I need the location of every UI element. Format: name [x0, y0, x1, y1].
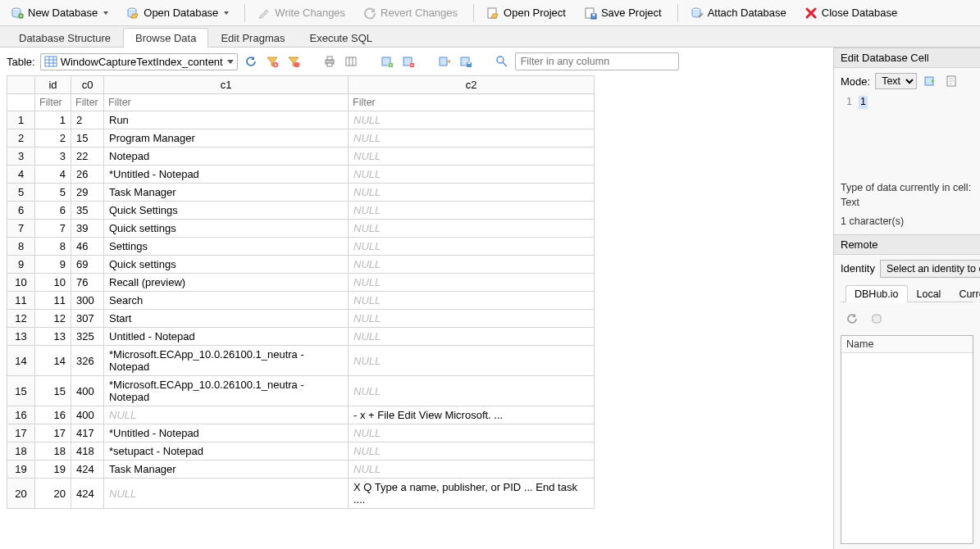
table-cell[interactable]: *Microsoft.ECApp_10.0.26100.1_neutra - N… — [104, 346, 349, 376]
table-cell[interactable]: 325 — [71, 328, 104, 346]
table-cell[interactable]: 11 — [35, 292, 71, 310]
remote-list-header-name[interactable]: Name — [841, 336, 973, 353]
filter-c0-input[interactable] — [71, 94, 103, 111]
grid-header-c2[interactable]: c2 — [349, 76, 595, 94]
table-cell[interactable]: 26 — [71, 166, 104, 184]
table-cell[interactable]: NULL — [349, 274, 595, 292]
table-cell[interactable]: NULL — [349, 129, 595, 147]
table-select-input[interactable]: WindowCaptureTextIndex_content — [61, 55, 224, 69]
table-cell[interactable]: 15 — [7, 376, 35, 406]
save-project-button[interactable]: Save Project — [577, 3, 669, 23]
table-cell[interactable]: 307 — [71, 310, 104, 328]
table-cell[interactable]: NULL — [349, 424, 595, 442]
export-button[interactable] — [458, 53, 474, 70]
table-cell[interactable]: 12 — [7, 310, 35, 328]
table-cell[interactable]: 14 — [7, 346, 35, 376]
table-cell[interactable]: 19 — [7, 461, 35, 479]
table-cell[interactable]: NULL — [349, 461, 595, 479]
remote-refresh-button[interactable] — [844, 311, 860, 327]
table-row[interactable]: 1313325Untitled - NotepadNULL — [7, 328, 595, 346]
table-row[interactable]: 8846SettingsNULL — [7, 238, 595, 256]
table-row[interactable]: 1111300SearchNULL — [7, 292, 595, 310]
goto-record-button[interactable] — [436, 53, 453, 70]
print-button[interactable] — [321, 53, 338, 70]
table-cell[interactable]: 4 — [35, 166, 71, 184]
mode-select[interactable]: Text — [875, 73, 917, 89]
table-cell[interactable]: 300 — [71, 292, 104, 310]
table-cell[interactable]: Run — [104, 111, 349, 129]
table-row[interactable]: 1414326*Microsoft.ECApp_10.0.26100.1_neu… — [7, 346, 595, 376]
table-cell[interactable]: NULL — [349, 310, 595, 328]
table-cell[interactable]: 17 — [7, 424, 35, 442]
table-cell[interactable]: 400 — [71, 406, 104, 424]
table-cell[interactable]: 3 — [7, 147, 35, 166]
table-cell[interactable]: Notepad — [104, 147, 349, 166]
clear-filters-button[interactable] — [264, 53, 280, 70]
table-cell[interactable]: 7 — [35, 220, 71, 238]
table-row[interactable]: 101076Recall (preview)NULL — [7, 274, 595, 292]
table-cell[interactable]: Untitled - Notepad — [104, 328, 349, 346]
identity-select[interactable]: Select an identity to con — [880, 260, 980, 278]
export-cell-button[interactable] — [943, 73, 959, 89]
table-cell[interactable]: 1 — [35, 111, 71, 129]
remote-push-button[interactable] — [868, 311, 885, 327]
table-cell[interactable]: 424 — [71, 479, 104, 509]
table-cell[interactable]: 5 — [7, 184, 35, 202]
table-cell[interactable]: 17 — [35, 424, 71, 442]
table-cell[interactable]: 20 — [35, 479, 71, 509]
table-cell[interactable]: 15 — [35, 376, 71, 406]
table-row[interactable]: 2020424NULLX Q Type a name, publisher, o… — [7, 479, 595, 509]
remote-tab-dbhub[interactable]: DBHub.io — [846, 285, 908, 302]
table-cell[interactable]: NULL — [349, 442, 595, 461]
table-cell[interactable]: 6 — [7, 202, 35, 220]
table-cell[interactable]: NULL — [349, 147, 595, 166]
table-row[interactable]: 112RunNULL — [7, 111, 595, 129]
table-row[interactable]: 4426*Untitled - NotepadNULL — [7, 166, 595, 184]
table-cell[interactable]: 8 — [35, 238, 71, 256]
table-cell[interactable]: - x + File Edit View Microsoft. ... — [349, 406, 595, 424]
table-cell[interactable]: Task Manager — [104, 184, 349, 202]
table-cell[interactable]: 418 — [71, 442, 104, 461]
table-row[interactable]: 1717417*Untitled - NotepadNULL — [7, 424, 595, 442]
delete-record-button[interactable] — [400, 53, 417, 70]
table-cell[interactable]: NULL — [349, 376, 595, 406]
table-row[interactable]: 1212307StartNULL — [7, 310, 595, 328]
table-cell[interactable]: 18 — [7, 442, 35, 461]
column-display-button[interactable] — [343, 53, 359, 70]
table-cell[interactable]: 11 — [7, 292, 35, 310]
table-cell[interactable]: 6 — [35, 202, 71, 220]
table-row[interactable]: 1616400NULL- x + File Edit View Microsof… — [7, 406, 595, 424]
open-project-button[interactable]: Open Project — [479, 3, 573, 23]
filter-id-input[interactable] — [35, 94, 71, 111]
table-row[interactable]: 3322NotepadNULL — [7, 147, 595, 166]
table-cell[interactable]: NULL — [349, 166, 595, 184]
table-cell[interactable]: NULL — [349, 220, 595, 238]
table-row[interactable]: 5529Task ManagerNULL — [7, 184, 595, 202]
table-row[interactable]: 1818418*setupact - NotepadNULL — [7, 442, 595, 461]
table-cell[interactable]: *Untitled - Notepad — [104, 166, 349, 184]
table-cell[interactable]: *setupact - Notepad — [104, 442, 349, 461]
grid-header-rownum[interactable] — [7, 76, 35, 94]
table-cell[interactable]: Quick settings — [104, 220, 349, 238]
table-cell[interactable]: NULL — [349, 256, 595, 274]
table-cell[interactable]: 10 — [7, 274, 35, 292]
table-cell[interactable]: 35 — [71, 202, 104, 220]
tab-database-structure[interactable]: Database Structure — [7, 28, 123, 48]
refresh-button[interactable] — [243, 53, 259, 70]
table-cell[interactable]: Program Manager — [104, 129, 349, 147]
table-cell[interactable]: NULL — [349, 238, 595, 256]
table-cell[interactable]: 7 — [7, 220, 35, 238]
grid-header-c1[interactable]: c1 — [104, 76, 349, 94]
cell-editor[interactable]: 1 1 — [841, 94, 973, 176]
table-cell[interactable]: 29 — [71, 184, 104, 202]
table-cell[interactable]: 2 — [71, 111, 104, 129]
table-cell[interactable]: 14 — [35, 346, 71, 376]
table-cell[interactable]: 12 — [35, 310, 71, 328]
table-cell[interactable]: 9 — [35, 256, 71, 274]
table-cell[interactable]: NULL — [104, 406, 349, 424]
table-cell[interactable]: *Untitled - Notepad — [104, 424, 349, 442]
table-cell[interactable]: 417 — [71, 424, 104, 442]
table-cell[interactable]: NULL — [349, 328, 595, 346]
new-database-button[interactable]: New Database — [3, 3, 116, 23]
table-cell[interactable]: 9 — [7, 256, 35, 274]
